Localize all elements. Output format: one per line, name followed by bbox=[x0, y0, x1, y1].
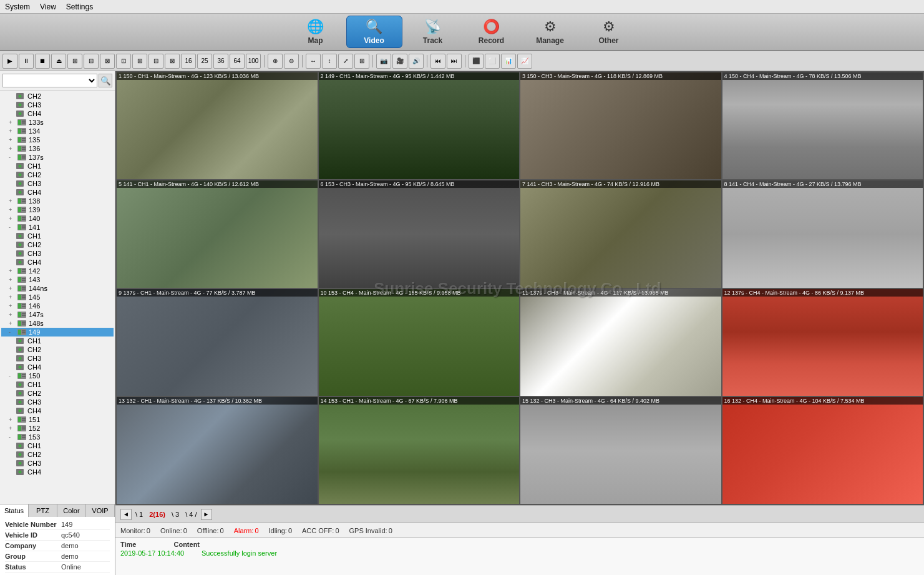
toolbar-btn-28[interactable]: ⬛ bbox=[469, 54, 484, 69]
expand-icon-149[interactable]: - bbox=[9, 329, 16, 335]
menu-system[interactable]: System bbox=[5, 2, 30, 11]
tree-item-150-ch2[interactable]: CH2 bbox=[1, 389, 114, 398]
tree-item-146[interactable]: +146 bbox=[1, 302, 114, 310]
tree-item-141-ch2[interactable]: CH2 bbox=[1, 240, 114, 249]
toolbar-btn-20[interactable]: ↕ bbox=[322, 54, 337, 69]
search-select[interactable] bbox=[2, 74, 97, 87]
toolbar-btn-13[interactable]: 25 bbox=[197, 54, 212, 69]
nav-track[interactable]: 📡 Track bbox=[405, 16, 461, 47]
toolbar-btn-30[interactable]: 📊 bbox=[501, 54, 516, 69]
tree-item-150-ch1[interactable]: CH1 bbox=[1, 380, 114, 389]
toolbar-btn-15[interactable]: 64 bbox=[230, 54, 245, 69]
page-4[interactable]: \ 4 / bbox=[183, 511, 199, 518]
video-cell-15[interactable]: 15 132 - CH3 - Main-Stream - 4G - 64 KB/… bbox=[520, 397, 721, 504]
tree-item-150[interactable]: -150 bbox=[1, 371, 114, 380]
nav-video[interactable]: 🔍 Video bbox=[346, 16, 402, 48]
expand-icon-152[interactable]: + bbox=[9, 425, 16, 431]
expand-icon-150[interactable]: - bbox=[9, 373, 16, 379]
tree-item-139[interactable]: +139 bbox=[1, 205, 114, 214]
tree-item-140[interactable]: +140 bbox=[1, 214, 114, 223]
toolbar-btn-17[interactable]: ⊕ bbox=[268, 54, 283, 69]
nav-manage[interactable]: ⚙ Manage bbox=[522, 16, 578, 47]
tree-item-142[interactable]: +142 bbox=[1, 267, 114, 275]
video-cell-5[interactable]: 5 141 - CH1 - Main-Stream - 4G - 140 KB/… bbox=[117, 180, 318, 287]
toolbar-btn-11[interactable]: ⊠ bbox=[165, 54, 180, 69]
tab-ptz[interactable]: PTZ bbox=[29, 504, 57, 517]
tree-item-153-ch1[interactable]: CH1 bbox=[1, 441, 114, 450]
page-1[interactable]: \ 1 bbox=[133, 511, 145, 518]
toolbar-btn-24[interactable]: 🎥 bbox=[392, 54, 407, 69]
nav-other[interactable]: ⚙ Other bbox=[581, 16, 637, 47]
tree-item-149-ch1[interactable]: CH1 bbox=[1, 337, 114, 345]
toolbar-btn-26[interactable]: ⏮ bbox=[430, 54, 445, 69]
expand-icon-139[interactable]: + bbox=[9, 207, 16, 213]
tree-item-150-ch3[interactable]: CH3 bbox=[1, 398, 114, 406]
tree-item-149-ch3[interactable]: CH3 bbox=[1, 354, 114, 363]
tree-item-135[interactable]: +135 bbox=[1, 135, 114, 144]
tree-item-147s[interactable]: +147s bbox=[1, 310, 114, 319]
toolbar-btn-29[interactable]: ⬜ bbox=[485, 54, 500, 69]
tree-item-137s[interactable]: -137s bbox=[1, 153, 114, 162]
tree-item-153-ch2[interactable]: CH2 bbox=[1, 450, 114, 459]
expand-icon-140[interactable]: + bbox=[9, 215, 16, 222]
tree-item-133s[interactable]: +133s bbox=[1, 118, 114, 127]
search-button[interactable]: 🔍 bbox=[99, 74, 112, 87]
tree-item-138[interactable]: +138 bbox=[1, 197, 114, 205]
video-cell-16[interactable]: 16 132 - CH4 - Main-Stream - 4G - 104 KB… bbox=[722, 397, 923, 504]
toolbar-btn-14[interactable]: 36 bbox=[213, 54, 228, 69]
toolbar-btn-21[interactable]: ⤢ bbox=[338, 54, 353, 69]
page-2[interactable]: 2(16) bbox=[147, 511, 168, 518]
toolbar-btn-18[interactable]: ⊖ bbox=[284, 54, 299, 69]
video-cell-3[interactable]: 3 150 - CH3 - Main-Stream - 4G - 118 KB/… bbox=[520, 72, 721, 179]
expand-icon-147s[interactable]: + bbox=[9, 312, 16, 318]
toolbar-btn-16[interactable]: 100 bbox=[246, 54, 261, 69]
tree-item-149[interactable]: -149 bbox=[1, 328, 114, 337]
expand-icon-138[interactable]: + bbox=[9, 198, 16, 204]
expand-icon-146[interactable]: + bbox=[9, 303, 16, 309]
video-cell-6[interactable]: 6 153 - CH3 - Main-Stream - 4G - 95 KB/S… bbox=[319, 180, 520, 287]
tree-item-ch4[interactable]: CH4 bbox=[1, 109, 114, 118]
video-cell-1[interactable]: 1 150 - CH1 - Main-Stream - 4G - 123 KB/… bbox=[117, 72, 318, 179]
toolbar-btn-10[interactable]: ⊟ bbox=[148, 54, 163, 69]
expand-icon-145[interactable]: + bbox=[9, 294, 16, 300]
expand-icon-141[interactable]: - bbox=[9, 224, 16, 230]
tree-item-149-ch2[interactable]: CH2 bbox=[1, 345, 114, 354]
expand-icon-153[interactable]: - bbox=[9, 434, 16, 440]
menu-settings[interactable]: Settings bbox=[66, 2, 93, 11]
expand-icon-136[interactable]: + bbox=[9, 145, 16, 152]
tree-item-143[interactable]: +143 bbox=[1, 275, 114, 284]
page-3[interactable]: \ 3 bbox=[169, 511, 182, 518]
expand-icon-148s[interactable]: + bbox=[9, 320, 16, 327]
video-cell-7[interactable]: 7 141 - CH3 - Main-Stream - 4G - 74 KB/S… bbox=[520, 180, 721, 287]
video-cell-14[interactable]: 14 153 - CH1 - Main-Stream - 4G - 67 KB/… bbox=[319, 397, 520, 504]
toolbar-btn-7[interactable]: ⊠ bbox=[100, 54, 115, 69]
tree-item-153-ch3[interactable]: CH3 bbox=[1, 459, 114, 468]
video-cell-13[interactable]: 13 132 - CH1 - Main-Stream - 4G - 137 KB… bbox=[117, 397, 318, 504]
tree-item-151[interactable]: +151 bbox=[1, 415, 114, 424]
toolbar-btn-23[interactable]: 📷 bbox=[376, 54, 391, 69]
expand-icon-134[interactable]: + bbox=[9, 128, 16, 134]
tree-item-137s-ch1[interactable]: CH1 bbox=[1, 162, 114, 170]
toolbar-btn-22[interactable]: ⊞ bbox=[354, 54, 369, 69]
toolbar-btn-12[interactable]: 16 bbox=[181, 54, 196, 69]
tree-item-145[interactable]: +145 bbox=[1, 293, 114, 302]
toolbar-btn-27[interactable]: ⏭ bbox=[447, 54, 462, 69]
tab-status[interactable]: Status bbox=[0, 504, 29, 517]
tree-item-141-ch3[interactable]: CH3 bbox=[1, 249, 114, 258]
tree-item-ch2[interactable]: CH2 bbox=[1, 92, 114, 101]
menu-view[interactable]: View bbox=[40, 2, 56, 11]
expand-icon-137s[interactable]: - bbox=[9, 154, 16, 160]
video-cell-8[interactable]: 8 141 - CH4 - Main-Stream - 4G - 27 KB/S… bbox=[722, 180, 923, 287]
tree-item-149-ch4[interactable]: CH4 bbox=[1, 363, 114, 371]
nav-map[interactable]: 🌐 Map bbox=[288, 16, 344, 47]
expand-icon-135[interactable]: + bbox=[9, 137, 16, 143]
tree-item-137s-ch3[interactable]: CH3 bbox=[1, 179, 114, 188]
expand-icon-144ns[interactable]: + bbox=[9, 285, 16, 292]
toolbar-btn-1[interactable]: ▶ bbox=[2, 54, 17, 69]
tree-item-152[interactable]: +152 bbox=[1, 424, 114, 433]
expand-icon-143[interactable]: + bbox=[9, 277, 16, 283]
tree-item-137s-ch4[interactable]: CH4 bbox=[1, 188, 114, 197]
page-next[interactable]: ► bbox=[201, 509, 212, 520]
toolbar-btn-25[interactable]: 🔊 bbox=[409, 54, 424, 69]
expand-icon-151[interactable]: + bbox=[9, 416, 16, 423]
